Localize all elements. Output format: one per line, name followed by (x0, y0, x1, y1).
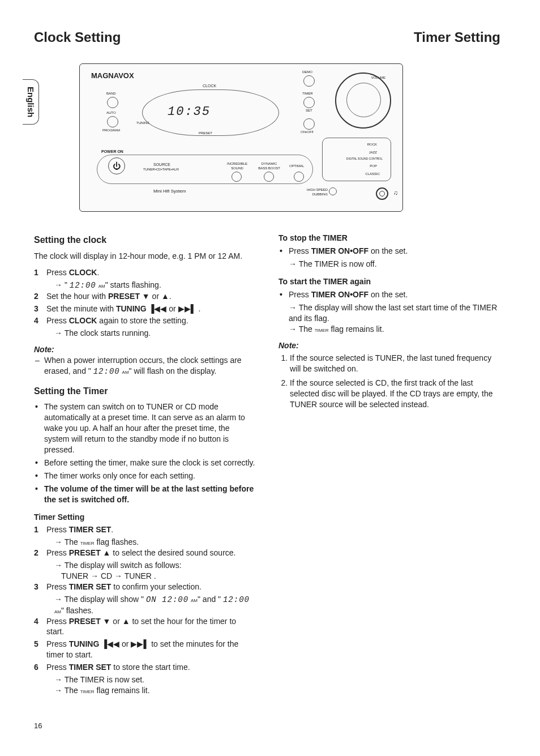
clock-steps: 1Press CLOCK." 12:00 am" starts flashing… (34, 267, 256, 339)
device-illustration: MAGNAVOX 10:35 CLOCK BAND AUTO PROGRAM T… (79, 63, 403, 212)
start-bullet: Press TIMER ON•OFF on the set. (278, 289, 500, 300)
clock-intro: The clock will display in 12-hour mode, … (34, 251, 256, 262)
heading-stop-timer: To stop the TIMER (278, 233, 500, 244)
language-tab: English (23, 79, 39, 125)
device-brand: MAGNAVOX (91, 71, 134, 81)
right-notes: If the source selected is TUNER, the las… (278, 353, 500, 409)
stop-result: The TIMER is now off. (289, 259, 500, 270)
title-left: Clock Setting (34, 28, 121, 46)
left-column: Setting the clock The clock will display… (34, 226, 256, 698)
note-label-2: Note: (278, 340, 500, 351)
title-right: Timer Setting (414, 28, 500, 46)
right-column: To stop the TIMER Press TIMER ON•OFF on … (278, 226, 500, 698)
headphone-icon: ♫ (393, 189, 398, 197)
device-display: 10:35 (168, 104, 211, 121)
note-label-1: Note: (34, 344, 256, 355)
timer-steps: 1Press TIMER SET.The timer flag flashes.… (34, 524, 256, 695)
timer-notes: The system can switch on to TUNER or CD … (34, 402, 256, 505)
heading-setting-clock: Setting the clock (34, 234, 256, 246)
heading-start-timer: To start the TIMER again (278, 276, 500, 287)
heading-timer-setting: Timer Setting (34, 512, 256, 523)
heading-setting-timer: Setting the Timer (34, 385, 256, 398)
note-1: When a power interruption occurs, the cl… (34, 355, 256, 377)
page-number: 16 (34, 721, 500, 731)
stop-bullet: Press TIMER ON•OFF on the set. (278, 246, 500, 257)
